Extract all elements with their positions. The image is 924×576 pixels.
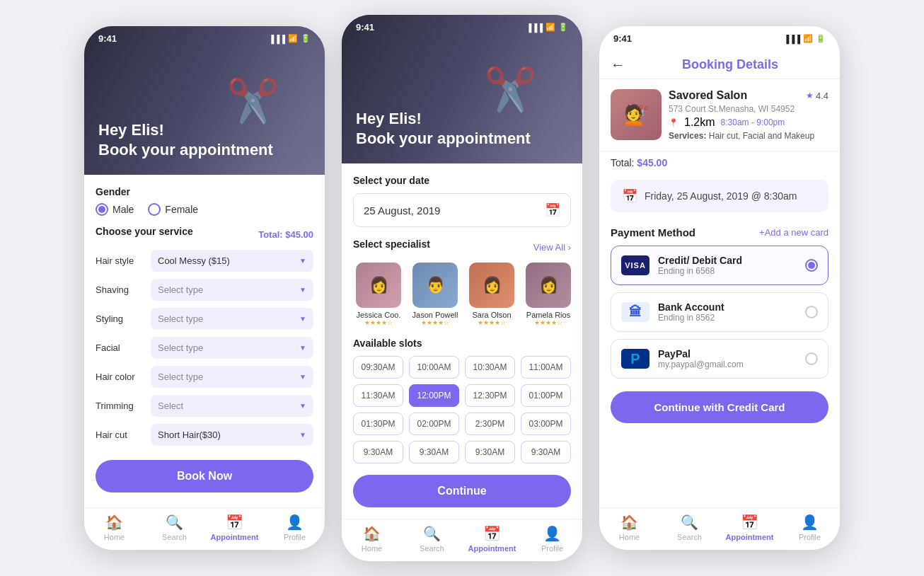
nav-home-2[interactable]: 🏠 Home (342, 525, 402, 553)
specialist-label: Select specialist (353, 238, 430, 250)
booking-date-text: Friday, 25 August, 2019 @ 8:30am (645, 190, 797, 202)
booking-title: Booking Details (632, 57, 828, 72)
bank-logo: 🏛 (621, 302, 649, 322)
battery-icon: 🔋 (301, 34, 311, 43)
search-icon-2: 🔍 (423, 525, 441, 542)
salon-rating: ★ 4.4 (806, 91, 828, 101)
specialist-stars-jessica: ★★★★☆ (364, 319, 393, 326)
slot-1030am[interactable]: 10:30AM (465, 356, 515, 379)
hero-section-1: ✂️ 9:41 ▐▐▐ 📶 🔋 Hey Elis! Book your appo… (84, 26, 325, 175)
service-name-shaving: Shaving (96, 284, 145, 295)
slot-930am-2[interactable]: 9:30AM (409, 441, 459, 463)
continue-credit-button[interactable]: Continue with Credit Card (611, 391, 828, 423)
specialist-pamela[interactable]: 👩 Pamela Rios ★★★★☆ (523, 263, 571, 326)
nav-search-3[interactable]: 🔍 Search (659, 514, 720, 541)
slot-0200pm[interactable]: 02:00PM (409, 413, 459, 435)
nav-search-1[interactable]: 🔍 Search (144, 514, 204, 541)
slot-930am-1[interactable]: 9:30AM (353, 441, 403, 463)
specialist-jason[interactable]: 👨 Jason Powell ★★★★☆ (410, 263, 461, 326)
signal-icon: ▐▐▐ (269, 35, 285, 43)
slot-0230pm[interactable]: 2:30PM (465, 413, 515, 435)
nav-search-2[interactable]: 🔍 Search (402, 525, 462, 553)
nav-profile-label-3: Profile (799, 533, 821, 541)
chevron-shaving: ▼ (299, 286, 306, 294)
profile-icon-3: 👤 (801, 514, 819, 531)
service-select-styling[interactable]: Select type ▼ (151, 308, 313, 330)
slot-0930am[interactable]: 09:30AM (353, 356, 403, 379)
service-select-trimming[interactable]: Select ▼ (151, 395, 313, 417)
gender-label: Gender (96, 186, 313, 197)
gender-female[interactable]: Female (148, 203, 198, 216)
continue-button-2[interactable]: Continue (353, 475, 571, 507)
service-select-haircolor[interactable]: Select type ▼ (151, 366, 313, 388)
specialist-sara[interactable]: 👩 Sara Olson ★★★★☆ (466, 263, 517, 326)
nav-search-label-3: Search (677, 533, 702, 541)
services-label: Services: (669, 131, 706, 141)
payment-option-paypal[interactable]: P PayPal my.paypal@gmail.com (611, 339, 828, 379)
appointment-icon-1: 📅 (226, 514, 243, 531)
specialist-jessica[interactable]: 👩 Jessica Coo. ★★★★☆ (353, 263, 404, 326)
nav-appointment-3[interactable]: 📅 Appointment (720, 514, 780, 541)
nav-home-1[interactable]: 🏠 Home (84, 514, 144, 541)
status-bar-1: 9:41 ▐▐▐ 📶 🔋 (84, 26, 325, 47)
battery-icon-2: 🔋 (558, 23, 568, 32)
payment-option-card[interactable]: VISA Credit/ Debit Card Ending in 6568 (611, 246, 828, 285)
status-time-3: 9:41 (613, 33, 632, 44)
salon-card: 💇 Savored Salon ★ 4.4 573 Court St.Menas… (599, 79, 840, 151)
status-icons-1: ▐▐▐ 📶 🔋 (269, 34, 311, 43)
service-name-facial: Facial (96, 342, 145, 353)
gender-male[interactable]: Male (96, 203, 134, 216)
status-icons-3: ▐▐▐ 📶 🔋 (784, 34, 826, 43)
service-select-haircut[interactable]: Short Hair($30) ▼ (151, 424, 313, 446)
specialist-avatar-sara: 👩 (469, 263, 514, 308)
radio-male-circle (96, 203, 108, 216)
slot-1100am[interactable]: 11:00AM (521, 356, 571, 379)
date-value: 25 August, 2019 (364, 205, 440, 217)
gender-radio-group: Male Female (96, 203, 313, 216)
service-select-shaving[interactable]: Select type ▼ (151, 279, 313, 301)
slot-930am-4[interactable]: 9:30AM (521, 441, 571, 463)
nav-home-3[interactable]: 🏠 Home (599, 514, 659, 541)
slot-0300pm[interactable]: 03:00PM (521, 413, 571, 435)
nav-profile-2[interactable]: 👤 Profile (522, 525, 582, 553)
book-now-button[interactable]: Book Now (96, 460, 313, 493)
slot-0100pm[interactable]: 01:00PM (521, 384, 571, 407)
specialist-name-sara: Sara Olson (472, 311, 511, 319)
slot-1130am[interactable]: 11:30AM (353, 384, 403, 407)
salon-distance: 1.2km (684, 116, 715, 129)
services-value: Hair cut, Facial and Makeup (709, 131, 814, 141)
payment-option-bank[interactable]: 🏛 Bank Account Ending in 8562 (611, 292, 828, 332)
chevron-trimming: ▼ (299, 402, 306, 410)
paypal-payment-name: PayPal (658, 348, 797, 359)
search-icon-1: 🔍 (166, 514, 183, 531)
booking-header: ← Booking Details (599, 47, 840, 79)
nav-home-label-2: Home (362, 544, 382, 553)
nav-profile-1[interactable]: 👤 Profile (265, 514, 325, 541)
date-picker[interactable]: 25 August, 2019 📅 (353, 193, 571, 227)
back-button[interactable]: ← (611, 57, 625, 73)
slot-930am-3[interactable]: 9:30AM (465, 441, 515, 463)
search-icon-3: 🔍 (681, 514, 698, 531)
service-section-label: Choose your service (96, 226, 193, 237)
salon-photo-placeholder: 💇 (611, 89, 662, 140)
paypal-payment-sub: my.paypal@gmail.com (658, 359, 797, 369)
slot-1200pm[interactable]: 12:00PM (409, 384, 459, 407)
nav-appointment-2[interactable]: 📅 Appointment (462, 525, 522, 553)
specialist-avatar-pamela: 👩 (526, 263, 571, 308)
status-time-1: 9:41 (98, 33, 117, 44)
slot-1230pm[interactable]: 12:30PM (465, 384, 515, 407)
add-card-button[interactable]: +Add a new card (759, 227, 828, 238)
service-name-hairstyle: Hair style (96, 255, 145, 266)
nav-appointment-label-1: Appointment (211, 533, 259, 541)
nav-appointment-1[interactable]: 📅 Appointment (204, 514, 265, 541)
slot-0130pm[interactable]: 01:30PM (353, 413, 403, 435)
phone-1: ✂️ 9:41 ▐▐▐ 📶 🔋 Hey Elis! Book your appo… (84, 26, 325, 550)
service-select-facial[interactable]: Select type ▼ (151, 337, 313, 359)
service-row-hairstyle: Hair style Cool Messy ($15) ▼ (96, 250, 313, 272)
nav-profile-3[interactable]: 👤 Profile (780, 514, 840, 541)
service-total: Total: $45.00 (258, 229, 313, 240)
booking-date-box: 📅 Friday, 25 August, 2019 @ 8:30am (611, 180, 828, 212)
service-select-hairstyle[interactable]: Cool Messy ($15) ▼ (151, 250, 313, 272)
slot-1000am[interactable]: 10:00AM (409, 356, 459, 379)
view-all-button[interactable]: View All › (533, 242, 571, 253)
